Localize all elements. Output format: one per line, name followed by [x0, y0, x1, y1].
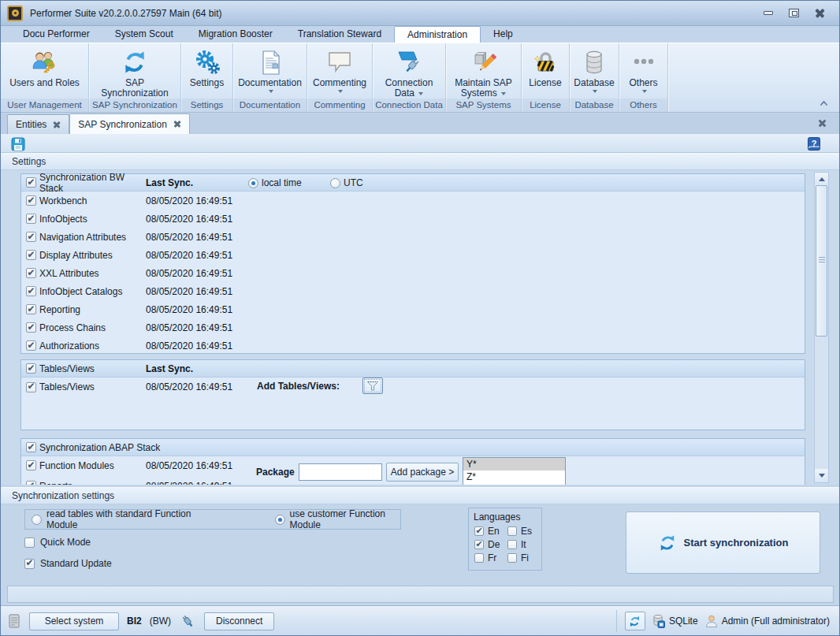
- local-time-option[interactable]: local time: [248, 177, 302, 188]
- quick-mode-checkbox[interactable]: [24, 537, 35, 548]
- menu-tab-help[interactable]: Help: [481, 26, 526, 43]
- bw-stack-header-label: Synchronization BW Stack: [39, 172, 146, 194]
- database-button[interactable]: Database: [570, 43, 619, 99]
- add-tables-views-button[interactable]: [362, 378, 383, 394]
- standard-update-option[interactable]: Standard Update: [24, 558, 112, 569]
- svg-text:?: ?: [812, 138, 817, 147]
- package-list[interactable]: Y* Z*: [463, 457, 566, 485]
- language-es-option[interactable]: Es: [507, 526, 532, 537]
- customer-function-module-radio[interactable]: [275, 515, 285, 525]
- minimize-button[interactable]: [760, 7, 776, 19]
- comment-icon: [326, 47, 353, 77]
- others-button[interactable]: Others: [619, 43, 667, 99]
- connector-icon[interactable]: [179, 613, 196, 629]
- dropdown-arrow-icon: [269, 90, 273, 93]
- maximize-button[interactable]: [786, 7, 802, 19]
- utc-option[interactable]: UTC: [330, 177, 363, 188]
- documentation-button[interactable]: Documentation: [233, 43, 307, 99]
- menu-tab-system-scout[interactable]: System Scout: [102, 26, 186, 43]
- language-de-checkbox[interactable]: [474, 540, 484, 549]
- abap-stack-header-label: Synchronization ABAP Stack: [39, 442, 213, 453]
- vertical-scrollbar[interactable]: [814, 172, 829, 483]
- disconnect-button[interactable]: Disconnect: [204, 612, 274, 630]
- tab-sap-synchronization[interactable]: SAP Synchronization: [69, 113, 190, 134]
- utc-radio[interactable]: [330, 178, 340, 188]
- save-button[interactable]: [10, 136, 26, 151]
- license-button[interactable]: License: [522, 43, 569, 99]
- checkbox[interactable]: [26, 286, 36, 296]
- close-button[interactable]: [812, 7, 828, 19]
- tab-close-icon[interactable]: [53, 121, 61, 128]
- language-fi-checkbox[interactable]: [507, 553, 517, 563]
- language-fi-option[interactable]: Fi: [507, 552, 529, 563]
- language-en-checkbox[interactable]: [474, 526, 484, 536]
- tab-sap-synchronization-label: SAP Synchronization: [78, 119, 167, 130]
- checkbox[interactable]: [26, 322, 36, 333]
- panel-close-icon[interactable]: [818, 119, 827, 128]
- help-button[interactable]: ?: [806, 136, 822, 151]
- scroll-down-button[interactable]: [815, 469, 828, 482]
- checkbox[interactable]: [26, 268, 36, 278]
- quick-mode-option[interactable]: Quick Mode: [24, 537, 91, 548]
- row-timestamp: 08/05/2020 16:49:51: [146, 268, 264, 279]
- sync-row-reporting: Reporting 08/05/2020 16:49:51: [21, 300, 805, 318]
- refresh-connection-button[interactable]: [625, 612, 645, 630]
- customer-function-module-label: use customer Function Module: [290, 508, 400, 530]
- checkbox[interactable]: [26, 340, 36, 351]
- checkbox[interactable]: [26, 481, 36, 485]
- sync-row-navigation-attributes: Navigation Attributes 08/05/2020 16:49:5…: [21, 228, 805, 246]
- tab-close-icon[interactable]: [173, 121, 181, 128]
- local-time-radio[interactable]: [248, 178, 258, 188]
- connection-data-button[interactable]: Connection Data: [373, 43, 445, 99]
- title-bar: Performer Suite v20.2.0.0.27597 Main (64…: [1, 1, 839, 26]
- maintain-sap-systems-button[interactable]: Maintain SAP Systems: [446, 43, 521, 99]
- users-roles-icon: [31, 47, 59, 77]
- menu-tab-docu-performer[interactable]: Docu Performer: [10, 26, 102, 43]
- ribbon-collapse-icon[interactable]: [820, 98, 828, 109]
- checkbox[interactable]: [26, 214, 36, 224]
- checkbox[interactable]: [26, 304, 36, 314]
- settings-button[interactable]: Settings: [181, 43, 232, 99]
- checkbox[interactable]: [26, 232, 36, 242]
- language-fr-option[interactable]: Fr: [474, 552, 496, 563]
- language-es-checkbox[interactable]: [507, 526, 517, 536]
- checkbox[interactable]: [26, 382, 36, 392]
- standard-function-module-radio[interactable]: [32, 515, 42, 525]
- package-input[interactable]: [299, 463, 382, 481]
- menu-tab-translation-steward[interactable]: Translation Steward: [285, 26, 394, 43]
- help-book-icon: ?: [806, 136, 822, 152]
- package-list-item[interactable]: Z*: [463, 470, 565, 483]
- abap-stack-checkbox[interactable]: [26, 442, 36, 452]
- sap-synchronization-button[interactable]: SAP Synchronization: [89, 43, 180, 99]
- language-it-option[interactable]: It: [507, 539, 526, 550]
- window-title: Performer Suite v20.2.0.0.27597 Main (64…: [30, 8, 221, 19]
- checkbox[interactable]: [26, 250, 36, 260]
- language-de-option[interactable]: De: [474, 539, 500, 550]
- language-fr-label: Fr: [488, 552, 496, 563]
- standard-function-module-label: read tables with standard Function Modul…: [46, 508, 199, 530]
- users-and-roles-button[interactable]: Users and Roles: [1, 43, 88, 99]
- scrollbar-thumb[interactable]: [816, 185, 827, 337]
- package-list-item[interactable]: Y*: [463, 458, 565, 470]
- menu-tab-migration-booster[interactable]: Migration Booster: [186, 26, 285, 43]
- standard-update-checkbox[interactable]: [24, 559, 35, 569]
- checkbox[interactable]: [26, 460, 36, 470]
- bw-stack-checkbox[interactable]: [26, 177, 36, 188]
- language-it-checkbox[interactable]: [507, 540, 517, 549]
- commenting-button[interactable]: Commenting: [307, 43, 372, 99]
- tables-views-checkbox[interactable]: [26, 363, 36, 374]
- language-fr-checkbox[interactable]: [474, 553, 484, 563]
- language-en-option[interactable]: En: [474, 526, 500, 537]
- filter-icon: [366, 381, 379, 392]
- add-package-button[interactable]: Add package >: [386, 463, 459, 482]
- settings-scroll-area: Synchronization BW Stack Last Sync. loca…: [1, 170, 839, 485]
- scroll-up-button[interactable]: [815, 173, 828, 186]
- tab-entities[interactable]: Entities: [7, 114, 69, 134]
- checkbox[interactable]: [26, 195, 36, 206]
- start-synchronization-button[interactable]: Start synchronization: [626, 511, 820, 574]
- sync-icon: [121, 47, 148, 77]
- tab-entities-label: Entities: [16, 119, 46, 130]
- row-timestamp: 08/05/2020 16:49:51: [146, 460, 264, 471]
- select-system-button[interactable]: Select system: [29, 612, 119, 630]
- menu-tab-administration[interactable]: Administration: [394, 26, 481, 43]
